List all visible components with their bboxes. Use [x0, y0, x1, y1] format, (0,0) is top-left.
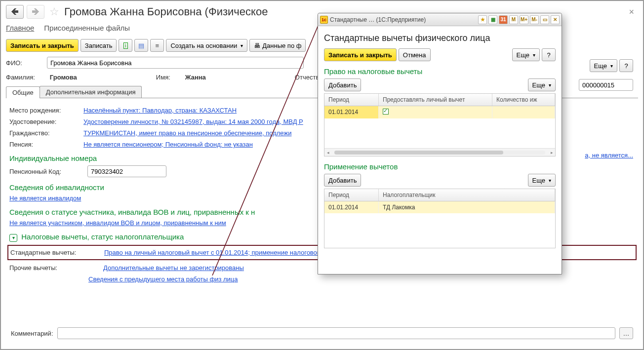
favorite-star-icon[interactable]: ☆: [49, 5, 59, 18]
fav-icon[interactable]: ★: [478, 15, 487, 24]
m-minus-button[interactable]: M-: [530, 15, 539, 24]
section-apply-deductions: Применение вычетов: [324, 162, 556, 171]
grid2-add-button[interactable]: Добавить: [324, 174, 361, 187]
grid-right-deductions: Период Предоставлять личный вычет Количе…: [324, 93, 556, 156]
grid1-col-personal[interactable]: Предоставлять личный вычет: [379, 94, 492, 106]
close-icon[interactable]: ×: [629, 7, 634, 17]
dialog-more-button[interactable]: Еще▾: [512, 48, 540, 61]
fio-label: ФИО:: [6, 59, 43, 67]
grid2-row[interactable]: 01.01.2014 ТД Лакомка: [324, 201, 555, 213]
back-button[interactable]: 🡸: [6, 5, 24, 19]
comment-input[interactable]: [57, 327, 616, 339]
comment-picker-button[interactable]: …: [619, 327, 633, 339]
citizenship-link[interactable]: ТУРКМЕНИСТАН, имеет право на пенсионное …: [83, 129, 291, 137]
grid1-more-label: Еще: [532, 81, 545, 89]
id-label: Удостоверение:: [9, 118, 83, 125]
pension-code-label: Пенсионный Код:: [9, 168, 83, 175]
dialog-help-button[interactable]: ?: [542, 48, 556, 61]
grid1-col-period[interactable]: Период: [324, 94, 379, 106]
grid2-more-button[interactable]: Еще▾: [528, 174, 556, 187]
deductions-dialog: 1c Стандартные … (1С:Предприятие) ★ ▦ 31…: [318, 13, 562, 274]
code-field[interactable]: [579, 79, 633, 91]
toolbar-icon-3[interactable]: ≡: [150, 39, 164, 52]
citizenship-label: Гражданство:: [9, 129, 83, 137]
dialog-title: Стандартные вычеты физического лица: [324, 33, 556, 43]
tab-common[interactable]: Общие: [6, 86, 40, 98]
pension-label: Пенсия:: [9, 141, 83, 148]
save-button[interactable]: Записать: [80, 39, 117, 52]
dialog-cancel-button[interactable]: Отмена: [399, 48, 431, 61]
birthplace-label: Место рождения:: [9, 107, 83, 114]
grid1-cell-personal[interactable]: [379, 106, 492, 118]
other-ded-link[interactable]: Дополнительные вычеты не зарегистрирован…: [103, 264, 244, 272]
grid1-hscroll[interactable]: ◂ ▸: [324, 148, 555, 156]
grid2-col-payer[interactable]: Налогоплательщик: [379, 189, 555, 201]
surname-value: Громова: [50, 74, 77, 81]
create-on-basis-button[interactable]: Создать на основании▾: [166, 39, 247, 52]
scroll-right-icon[interactable]: ▸: [548, 149, 555, 156]
std-ded-label: Стандартные вычеты:: [10, 249, 104, 256]
grid2-cell-period: 01.01.2014: [324, 201, 379, 213]
scroll-left-icon[interactable]: ◂: [324, 149, 331, 156]
grid1-add-button[interactable]: Добавить: [324, 78, 361, 91]
window-restore-icon[interactable]: ▭: [540, 15, 549, 24]
pension-code-input[interactable]: [87, 165, 166, 177]
grid1-more-button[interactable]: Еще▾: [528, 78, 556, 91]
calc-icon[interactable]: ▦: [488, 15, 497, 24]
grid2-cell-payer: ТД Лакомка: [379, 201, 555, 213]
section-tax-label: Налоговые вычеты, статус налогоплательщи…: [21, 233, 184, 241]
grid1-row[interactable]: 01.01.2014: [324, 106, 555, 118]
toolbar-icon-2[interactable]: ▤: [134, 39, 148, 52]
grid2-more-label: Еще: [532, 177, 545, 184]
grid1-col-count[interactable]: Количество иж: [492, 94, 555, 106]
grid-apply-deductions: Период Налогоплательщик 01.01.2014 ТД Ла…: [324, 189, 556, 248]
grid2-col-period[interactable]: Период: [324, 189, 379, 201]
m-plus-button[interactable]: M+: [520, 15, 528, 24]
data-on-label: Данные по ф: [262, 42, 301, 49]
dialog-more-label: Еще: [517, 51, 529, 59]
more-label: Еще: [594, 62, 607, 70]
tab-extra[interactable]: Дополнительная информация: [40, 86, 142, 98]
toolbar-icon-1[interactable]: i: [119, 39, 132, 52]
window-close-icon[interactable]: ✕: [551, 15, 560, 24]
page-title: Громова Жанна Борисовна (Физическое: [64, 5, 268, 18]
fio-input[interactable]: [47, 57, 304, 69]
pension-link[interactable]: Не является пенсионером; Пенсионный фонд…: [83, 141, 253, 148]
birthplace-link[interactable]: Населённый пункт: Павлодар, страна: КАЗА…: [83, 107, 237, 114]
more-button-main[interactable]: Еще▾: [590, 59, 617, 72]
checkbox-icon[interactable]: [383, 109, 389, 115]
surname-label: Фамилия:: [6, 74, 35, 81]
grid1-cell-count: [492, 106, 555, 118]
app-icon: 1c: [320, 16, 328, 24]
citizenship-tail-link[interactable]: а, не является...: [585, 152, 633, 159]
calendar-icon[interactable]: 31: [499, 15, 508, 24]
section-right-deductions: Право на налоговые вычеты: [324, 67, 556, 76]
save-close-button[interactable]: Записать и закрыть: [6, 39, 79, 52]
data-on-button[interactable]: 🖶 Данные по ф: [249, 39, 306, 52]
vov-link[interactable]: Не является участником, инвалидом ВОВ и …: [9, 219, 226, 227]
dialog-window-title: Стандартные … (1С:Предприятие): [330, 16, 478, 23]
dialog-save-close-button[interactable]: Записать и закрыть: [324, 48, 397, 61]
help-button-main[interactable]: ?: [619, 59, 633, 72]
subnav-main[interactable]: Главное: [6, 24, 34, 32]
create-on-basis-label: Создать на основании: [170, 42, 237, 49]
comment-label: Комментарий:: [11, 330, 53, 337]
id-link[interactable]: Удостоверение личности, № 032145987, выд…: [83, 118, 303, 125]
m-button[interactable]: M: [509, 15, 518, 24]
prev-workplace-link[interactable]: Сведения с предыдущего места работы физ …: [88, 275, 238, 283]
name-value: Жанна: [185, 74, 206, 81]
subnav-files[interactable]: Присоединенные файлы: [44, 24, 130, 32]
collapse-toggle-icon[interactable]: ▾: [9, 234, 17, 242]
grid1-cell-period: 01.01.2014: [324, 106, 379, 118]
other-ded-label: Прочие вычеты:: [9, 264, 103, 272]
print-icon: 🖶: [254, 42, 260, 49]
name-label: Имя:: [156, 74, 170, 81]
forward-button[interactable]: 🡺: [27, 5, 44, 19]
disability-link[interactable]: Не является инвалидом: [9, 194, 81, 202]
